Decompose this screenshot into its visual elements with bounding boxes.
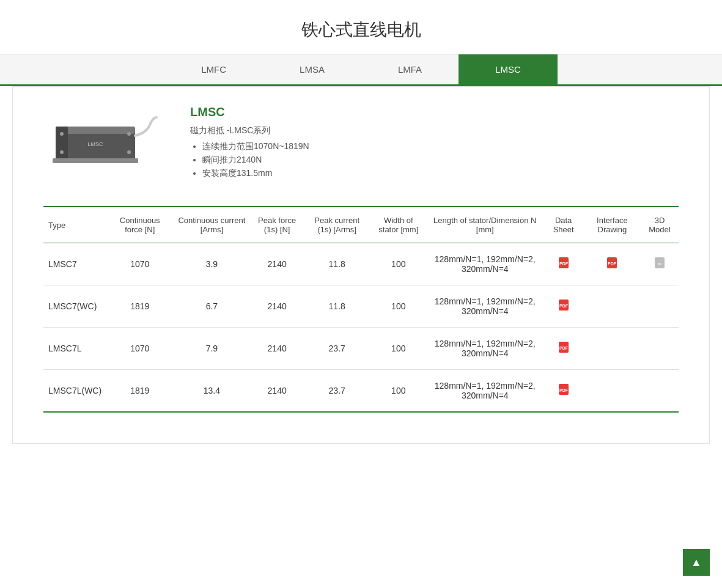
cell-width-stator: 100	[370, 328, 427, 370]
cell-3d-model	[641, 285, 679, 328]
svg-point-5	[127, 132, 131, 136]
tab-lmsc[interactable]: LMSC	[459, 54, 558, 84]
cell-data-sheet[interactable]: PDF	[543, 328, 584, 370]
data-sheet-pdf-icon[interactable]: PDF	[558, 341, 569, 356]
content-area: LMSC LMSC 磁力相抵 -LMSC系列 连续推力范围1070N~1819N…	[12, 86, 710, 444]
cell-interface-drawing	[584, 285, 641, 328]
interface-drawing-pdf-icon[interactable]: PDF	[606, 257, 617, 272]
product-bullets: 连续推力范围1070N~1819N 瞬间推力2140N 安装高度131.5mm	[190, 141, 309, 179]
table-row: LMSC710703.9214011.8100128mm/N=1, 192mm/…	[43, 243, 679, 285]
product-table: Type Continuous force [N] Continuous cur…	[43, 206, 679, 413]
col-peak-force: Peak force (1s) [N]	[250, 207, 303, 243]
svg-point-4	[60, 150, 64, 154]
cell-length-stator: 128mm/N=1, 192mm/N=2, 320mm/N=4	[427, 243, 543, 285]
svg-text:PDF: PDF	[608, 262, 617, 266]
cell-length-stator: 128mm/N=1, 192mm/N=2, 320mm/N=4	[427, 328, 543, 370]
tab-lmfc[interactable]: LMFC	[164, 54, 263, 84]
cell-3d-model	[641, 328, 679, 370]
cell-3d-model[interactable]: 3D	[641, 243, 679, 285]
cell-data-sheet[interactable]: PDF	[543, 285, 584, 328]
tabs-bar: LMFC LMSA LMFA LMSC	[0, 54, 722, 86]
col-3d-model: 3D Model	[641, 207, 679, 243]
tab-lmsa[interactable]: LMSA	[263, 54, 361, 84]
product-image: LMSC	[43, 105, 166, 178]
col-continuous-force: Continuous force [N]	[106, 207, 173, 243]
cell-peak-force: 2140	[250, 285, 303, 328]
pdf-icon[interactable]: PDF	[558, 341, 569, 353]
cell-peak-current: 23.7	[304, 370, 370, 413]
table-row: LMSC7L10707.9214023.7100128mm/N=1, 192mm…	[43, 328, 679, 370]
cell-length-stator: 128mm/N=1, 192mm/N=2, 320mm/N=4	[427, 370, 543, 413]
cell-width-stator: 100	[370, 370, 427, 413]
col-continuous-current: Continuous current [Arms]	[173, 207, 250, 243]
cell-peak-current: 11.8	[304, 285, 370, 328]
col-interface-drawing: Interface Drawing	[584, 207, 641, 243]
svg-text:3D: 3D	[658, 262, 662, 266]
col-width-stator: Width of stator [mm]	[370, 207, 427, 243]
cell-type: LMSC7(WC)	[43, 285, 106, 328]
cell-continuous-force: 1819	[106, 285, 173, 328]
bullet-2: 瞬间推力2140N	[202, 155, 309, 166]
page-title: 铁心式直线电机	[0, 0, 722, 54]
cell-interface-drawing	[584, 370, 641, 413]
cell-type: LMSC7L	[43, 328, 106, 370]
data-sheet-pdf-icon[interactable]: PDF	[558, 383, 569, 399]
3d-model-icon[interactable]: 3D	[654, 257, 665, 272]
tab-lmfa[interactable]: LMFA	[361, 54, 459, 84]
svg-text:PDF: PDF	[559, 388, 569, 392]
cell-peak-force: 2140	[250, 370, 303, 413]
col-length-stator: Length of stator/Dimension N [mm]	[427, 207, 543, 243]
product-info: LMSC 磁力相抵 -LMSC系列 连续推力范围1070N~1819N 瞬间推力…	[190, 105, 309, 182]
svg-point-6	[127, 150, 131, 154]
cell-continuous-force: 1070	[106, 243, 173, 285]
svg-point-3	[60, 132, 64, 136]
cell-type: LMSC7	[43, 243, 106, 285]
cell-continuous-current: 7.9	[173, 328, 250, 370]
cell-3d-model	[641, 370, 679, 413]
table-row: LMSC7L(WC)181913.4214023.7100128mm/N=1, …	[43, 370, 679, 413]
motor-illustration: LMSC	[50, 114, 160, 169]
cell-continuous-current: 3.9	[173, 243, 250, 285]
bullet-3: 安装高度131.5mm	[202, 168, 309, 179]
cell-type: LMSC7L(WC)	[43, 370, 106, 413]
cell-length-stator: 128mm/N=1, 192mm/N=2, 320mm/N=4	[427, 285, 543, 328]
pdf-icon[interactable]: PDF	[558, 299, 569, 311]
cell-interface-drawing[interactable]: PDF	[584, 243, 641, 285]
cell-width-stator: 100	[370, 285, 427, 328]
svg-rect-2	[56, 127, 68, 160]
col-peak-current: Peak current (1s) [Arms]	[304, 207, 370, 243]
cell-peak-current: 23.7	[304, 328, 370, 370]
cell-continuous-force: 1819	[106, 370, 173, 413]
cell-data-sheet[interactable]: PDF	[543, 243, 584, 285]
data-sheet-pdf-icon[interactable]: PDF	[558, 299, 569, 314]
cell-peak-current: 11.8	[304, 243, 370, 285]
cell-peak-force: 2140	[250, 328, 303, 370]
cell-peak-force: 2140	[250, 243, 303, 285]
product-subtitle: 磁力相抵 -LMSC系列	[190, 125, 309, 136]
product-name: LMSC	[190, 105, 309, 119]
svg-text:PDF: PDF	[559, 346, 569, 350]
col-data-sheet: Data Sheet	[543, 207, 584, 243]
pdf-icon[interactable]: PDF	[558, 257, 569, 269]
product-header: LMSC LMSC 磁力相抵 -LMSC系列 连续推力范围1070N~1819N…	[43, 105, 679, 182]
bullet-1: 连续推力范围1070N~1819N	[202, 141, 309, 152]
col-type: Type	[43, 207, 106, 243]
cell-continuous-force: 1070	[106, 328, 173, 370]
cell-width-stator: 100	[370, 243, 427, 285]
cell-continuous-current: 6.7	[173, 285, 250, 328]
pdf-icon[interactable]: PDF	[558, 383, 569, 395]
table-row: LMSC7(WC)18196.7214011.8100128mm/N=1, 19…	[43, 285, 679, 328]
cell-continuous-current: 13.4	[173, 370, 250, 413]
svg-text:PDF: PDF	[559, 304, 569, 308]
svg-text:PDF: PDF	[559, 262, 569, 266]
data-sheet-pdf-icon[interactable]: PDF	[558, 257, 569, 272]
svg-text:LMSC: LMSC	[87, 141, 103, 147]
cell-interface-drawing	[584, 328, 641, 370]
svg-rect-7	[53, 158, 138, 163]
cell-data-sheet[interactable]: PDF	[543, 370, 584, 413]
